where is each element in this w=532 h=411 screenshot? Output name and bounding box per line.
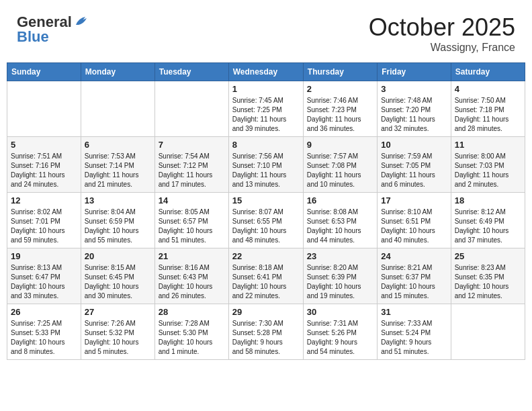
day-info: Sunrise: 8:05 AM Sunset: 6:57 PM Dayligh…	[159, 208, 225, 245]
location-subtitle: Wassigny, France	[369, 42, 515, 54]
calendar-cell: 8Sunrise: 7:56 AM Sunset: 7:10 PM Daylig…	[228, 137, 303, 193]
day-number: 4	[455, 84, 521, 94]
day-number: 3	[381, 84, 447, 94]
day-info: Sunrise: 7:31 AM Sunset: 5:26 PM Dayligh…	[307, 319, 373, 357]
calendar-cell: 30Sunrise: 7:31 AM Sunset: 5:26 PM Dayli…	[303, 304, 377, 360]
day-info: Sunrise: 8:21 AM Sunset: 6:37 PM Dayligh…	[381, 263, 447, 301]
calendar-cell: 23Sunrise: 8:20 AM Sunset: 6:39 PM Dayli…	[303, 248, 377, 304]
day-info: Sunrise: 8:07 AM Sunset: 6:55 PM Dayligh…	[232, 208, 300, 245]
calendar-cell: 2Sunrise: 7:46 AM Sunset: 7:23 PM Daylig…	[303, 81, 377, 137]
calendar-cell: 4Sunrise: 7:50 AM Sunset: 7:18 PM Daylig…	[451, 81, 525, 137]
day-number: 16	[307, 195, 373, 205]
calendar-cell: 9Sunrise: 7:57 AM Sunset: 7:08 PM Daylig…	[303, 137, 377, 193]
day-number: 23	[307, 251, 373, 261]
calendar-week-5: 26Sunrise: 7:25 AM Sunset: 5:33 PM Dayli…	[7, 304, 525, 360]
weekday-header-friday: Friday	[378, 63, 451, 81]
day-info: Sunrise: 7:56 AM Sunset: 7:10 PM Dayligh…	[232, 152, 300, 189]
weekday-header-sunday: Sunday	[7, 63, 81, 81]
day-number: 18	[455, 195, 521, 205]
calendar-cell: 7Sunrise: 7:54 AM Sunset: 7:12 PM Daylig…	[154, 137, 228, 193]
calendar-cell: 5Sunrise: 7:51 AM Sunset: 7:16 PM Daylig…	[7, 137, 81, 193]
calendar-cell: 19Sunrise: 8:13 AM Sunset: 6:47 PM Dayli…	[7, 248, 81, 304]
day-number: 20	[85, 251, 151, 261]
day-info: Sunrise: 7:30 AM Sunset: 5:28 PM Dayligh…	[232, 319, 300, 357]
calendar-week-1: 1Sunrise: 7:45 AM Sunset: 7:25 PM Daylig…	[7, 81, 525, 137]
month-title: October 2025	[369, 13, 515, 42]
weekday-header-thursday: Thursday	[303, 63, 377, 81]
day-number: 25	[455, 251, 521, 261]
day-number: 27	[85, 307, 151, 317]
day-number: 2	[307, 84, 373, 94]
weekday-header-tuesday: Tuesday	[154, 63, 228, 81]
day-number: 12	[11, 195, 77, 205]
day-number: 21	[159, 251, 225, 261]
weekday-header-wednesday: Wednesday	[228, 63, 303, 81]
calendar-cell: 15Sunrise: 8:07 AM Sunset: 6:55 PM Dayli…	[228, 193, 303, 248]
calendar-cell: 16Sunrise: 8:08 AM Sunset: 6:53 PM Dayli…	[303, 193, 377, 248]
day-info: Sunrise: 8:20 AM Sunset: 6:39 PM Dayligh…	[307, 263, 373, 301]
day-number: 5	[11, 140, 77, 150]
day-info: Sunrise: 7:33 AM Sunset: 5:24 PM Dayligh…	[381, 319, 447, 357]
calendar-cell: 11Sunrise: 8:00 AM Sunset: 7:03 PM Dayli…	[451, 137, 525, 193]
calendar-cell: 14Sunrise: 8:05 AM Sunset: 6:57 PM Dayli…	[154, 193, 228, 248]
calendar-cell	[81, 81, 154, 137]
page-header: General Blue October 2025 Wassigny, Fran…	[7, 7, 525, 57]
day-number: 17	[381, 195, 447, 205]
calendar-cell: 1Sunrise: 7:45 AM Sunset: 7:25 PM Daylig…	[228, 81, 303, 137]
day-info: Sunrise: 7:57 AM Sunset: 7:08 PM Dayligh…	[307, 152, 373, 189]
calendar-cell: 31Sunrise: 7:33 AM Sunset: 5:24 PM Dayli…	[378, 304, 451, 360]
logo-blue-text: Blue	[17, 28, 49, 46]
calendar-cell: 10Sunrise: 7:59 AM Sunset: 7:05 PM Dayli…	[378, 137, 451, 193]
day-number: 13	[85, 195, 151, 205]
day-number: 28	[159, 307, 225, 317]
day-info: Sunrise: 8:08 AM Sunset: 6:53 PM Dayligh…	[307, 208, 373, 245]
day-number: 14	[159, 195, 225, 205]
day-number: 10	[381, 140, 447, 150]
day-number: 22	[232, 251, 300, 261]
day-info: Sunrise: 8:04 AM Sunset: 6:59 PM Dayligh…	[85, 208, 151, 245]
calendar-cell: 6Sunrise: 7:53 AM Sunset: 7:14 PM Daylig…	[81, 137, 154, 193]
day-info: Sunrise: 8:13 AM Sunset: 6:47 PM Dayligh…	[11, 263, 77, 301]
day-number: 7	[159, 140, 225, 150]
day-number: 1	[232, 84, 300, 94]
day-info: Sunrise: 7:51 AM Sunset: 7:16 PM Dayligh…	[11, 152, 77, 189]
calendar-week-4: 19Sunrise: 8:13 AM Sunset: 6:47 PM Dayli…	[7, 248, 525, 304]
day-info: Sunrise: 8:16 AM Sunset: 6:43 PM Dayligh…	[159, 263, 225, 301]
calendar-cell: 13Sunrise: 8:04 AM Sunset: 6:59 PM Dayli…	[81, 193, 154, 248]
calendar-cell: 29Sunrise: 7:30 AM Sunset: 5:28 PM Dayli…	[228, 304, 303, 360]
day-number: 24	[381, 251, 447, 261]
day-info: Sunrise: 7:48 AM Sunset: 7:20 PM Dayligh…	[381, 96, 447, 134]
calendar-table: SundayMondayTuesdayWednesdayThursdayFrid…	[7, 62, 525, 360]
title-block: October 2025 Wassigny, France	[369, 13, 515, 54]
day-number: 31	[381, 307, 447, 317]
calendar-cell: 25Sunrise: 8:23 AM Sunset: 6:35 PM Dayli…	[451, 248, 525, 304]
day-number: 8	[232, 140, 300, 150]
day-info: Sunrise: 7:54 AM Sunset: 7:12 PM Dayligh…	[159, 152, 225, 189]
day-info: Sunrise: 7:46 AM Sunset: 7:23 PM Dayligh…	[307, 96, 373, 134]
day-info: Sunrise: 8:18 AM Sunset: 6:41 PM Dayligh…	[232, 263, 300, 301]
logo-bird-icon	[73, 15, 88, 28]
day-info: Sunrise: 7:26 AM Sunset: 5:32 PM Dayligh…	[85, 319, 151, 357]
calendar-cell: 21Sunrise: 8:16 AM Sunset: 6:43 PM Dayli…	[154, 248, 228, 304]
day-info: Sunrise: 7:45 AM Sunset: 7:25 PM Dayligh…	[232, 96, 300, 134]
day-number: 15	[232, 195, 300, 205]
weekday-header-saturday: Saturday	[451, 63, 525, 81]
calendar-cell: 17Sunrise: 8:10 AM Sunset: 6:51 PM Dayli…	[378, 193, 451, 248]
day-info: Sunrise: 7:25 AM Sunset: 5:33 PM Dayligh…	[11, 319, 77, 357]
calendar-cell: 12Sunrise: 8:02 AM Sunset: 7:01 PM Dayli…	[7, 193, 81, 248]
calendar-cell: 24Sunrise: 8:21 AM Sunset: 6:37 PM Dayli…	[378, 248, 451, 304]
calendar-cell: 22Sunrise: 8:18 AM Sunset: 6:41 PM Dayli…	[228, 248, 303, 304]
day-info: Sunrise: 8:15 AM Sunset: 6:45 PM Dayligh…	[85, 263, 151, 301]
weekday-header-row: SundayMondayTuesdayWednesdayThursdayFrid…	[7, 63, 525, 81]
day-info: Sunrise: 7:50 AM Sunset: 7:18 PM Dayligh…	[455, 96, 521, 134]
day-number: 9	[307, 140, 373, 150]
day-number: 29	[232, 307, 300, 317]
day-info: Sunrise: 8:12 AM Sunset: 6:49 PM Dayligh…	[455, 208, 521, 245]
day-info: Sunrise: 7:59 AM Sunset: 7:05 PM Dayligh…	[381, 152, 447, 189]
calendar-cell: 28Sunrise: 7:28 AM Sunset: 5:30 PM Dayli…	[154, 304, 228, 360]
calendar-cell	[154, 81, 228, 137]
weekday-header-monday: Monday	[81, 63, 154, 81]
day-info: Sunrise: 7:53 AM Sunset: 7:14 PM Dayligh…	[85, 152, 151, 189]
day-number: 26	[11, 307, 77, 317]
day-info: Sunrise: 8:00 AM Sunset: 7:03 PM Dayligh…	[455, 152, 521, 189]
